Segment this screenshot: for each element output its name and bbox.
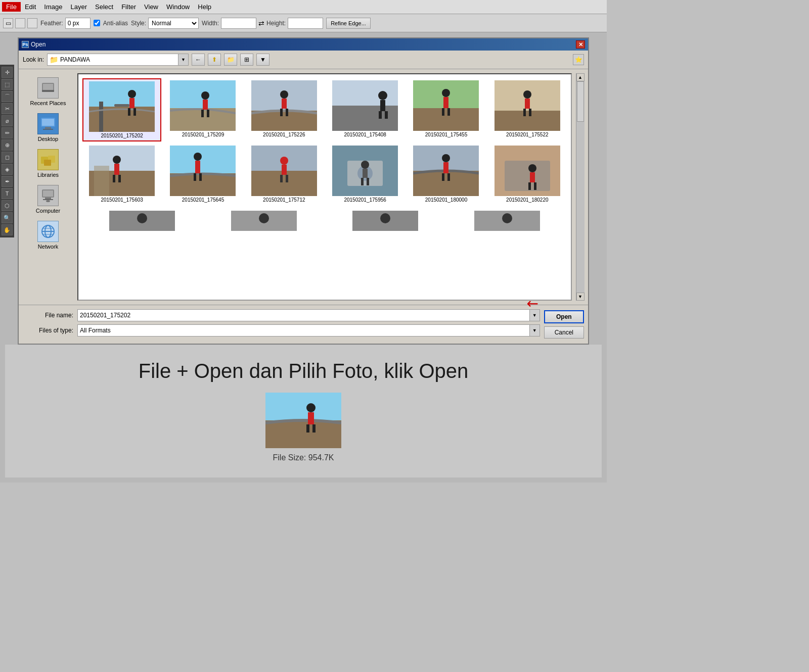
crop-tool[interactable]: ✂ <box>2 103 13 114</box>
clone-tool[interactable]: ⊕ <box>2 139 13 151</box>
style-select[interactable]: Normal <box>148 18 199 29</box>
view-button[interactable]: ⊞ <box>240 54 253 66</box>
dialog-nav: Recent Places Desktop <box>23 73 73 301</box>
nav-network[interactable]: Network <box>25 219 71 252</box>
svg-rect-57 <box>523 109 526 116</box>
file-label-8: 20150201_175712 <box>263 197 305 203</box>
menu-edit[interactable]: Edit <box>21 2 40 12</box>
scroll-up-button[interactable]: ▲ <box>576 73 585 81</box>
filename-input-wrapper[interactable]: ▼ <box>77 309 540 321</box>
file-item-partial-3[interactable] <box>326 209 445 233</box>
select-tool[interactable]: ⬚ <box>2 79 13 90</box>
svg-rect-58 <box>529 109 531 116</box>
menu-image[interactable]: Image <box>40 2 66 12</box>
brush-tool[interactable]: ✏ <box>2 127 13 138</box>
text-tool[interactable]: T <box>2 188 13 199</box>
nav-recent-places[interactable]: Recent Places <box>25 75 71 108</box>
file-thumb-1 <box>170 80 236 131</box>
file-item-partial-2[interactable] <box>204 209 324 233</box>
menu-view[interactable]: View <box>140 2 162 12</box>
file-item-4[interactable]: 20150201_175455 <box>407 78 485 141</box>
menu-file[interactable]: File <box>2 2 21 12</box>
up-folder-button[interactable]: ⬆ <box>208 54 221 66</box>
nav-computer[interactable]: Computer <box>25 183 71 216</box>
menu-help[interactable]: Help <box>194 2 215 12</box>
open-button[interactable]: Open <box>544 310 584 323</box>
file-item-7[interactable]: 20150201_175645 <box>163 143 242 205</box>
filename-row: File name: ▼ <box>23 309 540 321</box>
menu-layer[interactable]: Layer <box>67 2 92 12</box>
filename-input[interactable] <box>78 310 529 321</box>
recent-places-label: Recent Places <box>30 100 66 106</box>
look-in-dropdown-arrow[interactable]: ▼ <box>178 54 188 65</box>
menu-window[interactable]: Window <box>162 2 194 12</box>
file-item-11[interactable]: 20150201_180220 <box>488 143 567 205</box>
file-item-partial-1[interactable] <box>82 209 202 233</box>
back-button[interactable]: ← <box>192 54 205 66</box>
gradient-tool[interactable]: ◈ <box>2 164 13 175</box>
desktop-icon <box>37 113 59 134</box>
nav-libraries[interactable]: Libraries <box>25 147 71 180</box>
svg-rect-67 <box>170 173 236 196</box>
file-item-1[interactable]: 20150201_175209 <box>163 78 242 141</box>
desktop-label: Desktop <box>38 136 58 142</box>
feather-input[interactable] <box>65 18 91 29</box>
svg-rect-92 <box>505 161 550 191</box>
new-folder-button[interactable]: 📁 <box>224 54 237 66</box>
file-item-partial-4[interactable] <box>447 209 567 233</box>
menu-select[interactable]: Select <box>91 2 117 12</box>
svg-rect-4 <box>42 119 54 126</box>
lasso-select-icon[interactable] <box>27 18 37 28</box>
antialias-checkbox[interactable] <box>94 20 100 26</box>
svg-rect-64 <box>118 175 121 182</box>
ellipse-select-icon[interactable] <box>15 18 25 28</box>
filetype-dropdown-arrow[interactable]: ▼ <box>529 325 540 336</box>
file-item-10[interactable]: 20150201_180000 <box>407 143 485 205</box>
lasso-tool[interactable]: ⌒ <box>2 91 13 102</box>
scroll-down-button[interactable]: ▼ <box>576 293 585 301</box>
nav-desktop[interactable]: Desktop <box>25 111 71 144</box>
filetype-input-wrapper[interactable]: ▼ <box>77 324 540 337</box>
refine-edge-button[interactable]: Refine Edge... <box>326 18 371 29</box>
file-label-5: 20150201_175522 <box>506 132 548 137</box>
zoom-tool[interactable]: 🔍 <box>2 212 13 223</box>
menu-filter[interactable]: Filter <box>117 2 140 12</box>
width-input[interactable] <box>221 18 256 29</box>
svg-rect-50 <box>443 97 448 108</box>
scroll-thumb[interactable] <box>577 81 584 122</box>
file-item-5[interactable]: 20150201_175522 <box>488 78 567 141</box>
eyedropper-tool[interactable]: ⌀ <box>2 115 13 126</box>
file-thumb-10 <box>413 146 479 196</box>
file-label-0: 20150201_175202 <box>101 133 143 138</box>
pen-tool[interactable]: ✒ <box>2 176 13 187</box>
file-thumb-6 <box>89 146 155 196</box>
file-item-6[interactable]: 20150201_175603 <box>82 143 161 205</box>
filetype-input[interactable] <box>78 325 529 336</box>
svg-point-14 <box>46 200 50 202</box>
look-in-dropdown-wrapper[interactable]: 📁 PANDAWA ▼ <box>47 54 189 66</box>
antialias-group: Anti-alias <box>94 20 128 27</box>
dialog-close-button[interactable]: ✕ <box>576 40 585 49</box>
file-item-9[interactable]: 20150201_175956 <box>326 143 404 205</box>
scroll-track[interactable] <box>576 81 585 293</box>
eraser-tool[interactable]: ◻ <box>2 152 13 163</box>
bookmark-button[interactable]: ⭐ <box>573 54 584 65</box>
file-item-8[interactable]: 20150201_175712 <box>245 143 324 205</box>
view-options-button[interactable]: ▼ <box>256 54 269 66</box>
rect-select-icon[interactable]: ▭ <box>3 18 13 28</box>
svg-rect-90 <box>447 173 450 181</box>
height-input[interactable] <box>288 18 323 29</box>
path-tool[interactable]: ⬡ <box>2 200 13 211</box>
svg-point-61 <box>113 156 121 164</box>
antialias-label: Anti-alias <box>103 20 128 27</box>
file-item-2[interactable]: 20150201_175226 <box>245 78 324 141</box>
hand-tool[interactable]: ✋ <box>2 224 13 235</box>
cancel-button[interactable]: Cancel <box>544 326 584 339</box>
move-tool[interactable]: ✛ <box>2 67 13 78</box>
swap-icon[interactable]: ⇄ <box>258 19 264 27</box>
file-item-0[interactable]: 20150201_175202 <box>82 78 161 141</box>
feather-label: Feather: <box>40 20 63 27</box>
svg-rect-12 <box>45 198 51 199</box>
file-item-3[interactable]: 20150201_175408 <box>326 78 404 141</box>
svg-point-55 <box>523 90 531 99</box>
